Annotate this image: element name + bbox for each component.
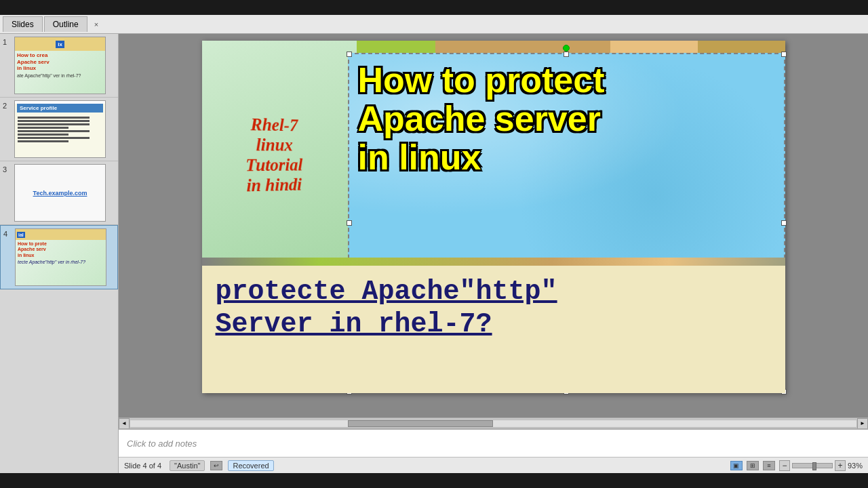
- slide2-lines: [15, 114, 105, 145]
- zoom-in-button[interactable]: +: [835, 460, 846, 471]
- slide-thumbnail-1[interactable]: 1 ix How to creaApache servin linux ate …: [0, 34, 118, 98]
- status-right: ▣ ⊞ ≡ − + 93%: [730, 460, 863, 471]
- zoom-control: − + 93%: [779, 460, 863, 471]
- slide-thumbnail-3[interactable]: 3 Tech.example.com: [0, 161, 118, 225]
- undo-icon[interactable]: ↩: [210, 461, 222, 470]
- panel-close-button[interactable]: ×: [94, 20, 98, 28]
- slide-thumbnail-2[interactable]: 2 Service profile: [0, 98, 118, 161]
- slide-number-4: 4: [3, 230, 13, 238]
- slide-title-line3: in linux: [358, 138, 778, 177]
- scroll-right-button[interactable]: ►: [857, 418, 868, 429]
- status-left: Slide 4 of 4 "Austin" ↩ Recovered: [124, 460, 274, 471]
- slide-thumb-img-4: ial How to proteApache servin linux tect…: [15, 228, 106, 286]
- slide-wrapper: Rhel-7 linux Tutorial in hindi: [202, 41, 785, 393]
- main-content: 1 ix How to creaApache servin linux ate …: [0, 34, 868, 473]
- reading-view-icon[interactable]: ≡: [763, 461, 775, 470]
- slide-number-1: 1: [3, 38, 12, 46]
- slide-title-line1: How to protect: [358, 61, 778, 100]
- slide4-subtitle: tecte Apache"http" ver in rhel-7?: [16, 260, 106, 264]
- slide-sorter-icon[interactable]: ⊞: [747, 461, 759, 470]
- tab-bar: Slides Outline ×: [0, 15, 868, 34]
- slide-title-line2: Apache server: [358, 100, 778, 138]
- slide-main-title[interactable]: How to protect Apache server in linux: [358, 61, 778, 178]
- slide-editing-area: Rhel-7 linux Tutorial in hindi: [119, 34, 868, 473]
- zoom-out-button[interactable]: −: [779, 460, 790, 471]
- slide-bottom-section[interactable]: protecte Apache"http" Server in rhel-7?: [202, 258, 785, 393]
- deco-seg2: [435, 41, 610, 53]
- deco-seg3: [610, 41, 698, 53]
- status-bar: Slide 4 of 4 "Austin" ↩ Recovered ▣ ⊞ ≡ …: [119, 457, 868, 473]
- zoom-slider[interactable]: [792, 463, 833, 468]
- slide-number-2: 2: [3, 102, 12, 110]
- scrollbar-thumb[interactable]: [348, 420, 493, 427]
- slide4-badge: ial: [17, 232, 25, 238]
- bottom-system-bar: [0, 473, 868, 488]
- slide-number-3: 3: [3, 165, 12, 174]
- slide-subtitle-line2: Server in rhel-7?: [216, 308, 772, 341]
- scroll-left-icon: ◄: [121, 420, 127, 426]
- deco-seg1: [348, 41, 435, 53]
- slide-thumb-img-1: ix How to creaApache servin linux ate Ap…: [14, 37, 106, 94]
- slide-subtitle-line1: protecte Apache"http": [216, 276, 772, 308]
- slide1-text: How to creaApache servin linux: [15, 51, 105, 73]
- slide-panel: 1 ix How to creaApache servin linux ate …: [0, 34, 119, 473]
- notes-placeholder: Click to add notes: [127, 439, 197, 449]
- theme-badge[interactable]: "Austin": [170, 460, 205, 471]
- recovered-badge: Recovered: [228, 460, 273, 471]
- scroll-left-button[interactable]: ◄: [119, 418, 130, 429]
- slide-bottom-bar: [202, 258, 785, 266]
- slide1-badge: ix: [56, 41, 64, 48]
- slide-subtitle-text: protecte Apache"http" Server in rhel-7?: [202, 266, 785, 341]
- horizontal-scrollbar[interactable]: ◄ ►: [119, 418, 868, 428]
- slide-thumb-img-3: Tech.example.com: [14, 164, 106, 222]
- slide-count-info: Slide 4 of 4: [124, 462, 161, 470]
- slide-left-panel: Rhel-7 linux Tutorial in hindi: [202, 41, 357, 258]
- top-system-bar: [0, 0, 868, 15]
- app-container: Slides Outline × 1 ix How to creaApache …: [0, 15, 868, 473]
- slide-thumbnail-4[interactable]: 4 ial How to proteApache servin linux te…: [0, 225, 118, 289]
- slide-thumb-img-2: Service profile: [14, 100, 106, 158]
- scroll-right-icon: ►: [860, 420, 865, 426]
- top-deco-bar: [348, 41, 785, 53]
- scrollbar-track[interactable]: [130, 420, 857, 428]
- slide2-title: Service profile: [17, 104, 103, 113]
- normal-view-icon[interactable]: ▣: [730, 461, 743, 470]
- slide3-domain: Tech.example.com: [33, 190, 87, 197]
- zoom-handle[interactable]: [812, 462, 816, 470]
- zoom-level: 93%: [848, 462, 863, 470]
- slide-canvas[interactable]: Rhel-7 linux Tutorial in hindi: [119, 34, 868, 418]
- deco-seg4: [698, 41, 785, 53]
- slide4-text: How to proteApache servin linux: [16, 240, 106, 260]
- tab-slides[interactable]: Slides: [3, 16, 43, 32]
- tab-outline[interactable]: Outline: [44, 16, 87, 32]
- slide-left-panel-text: Rhel-7 linux Tutorial in hindi: [245, 115, 302, 196]
- notes-area[interactable]: Click to add notes: [119, 428, 868, 457]
- slide1-subtitle: ate Apache"http" ver in rhel-7?: [15, 73, 105, 78]
